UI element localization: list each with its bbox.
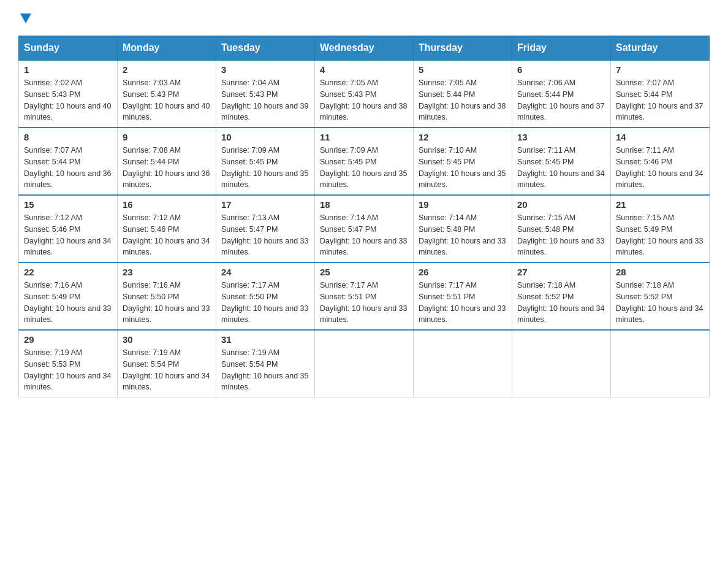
day-number: 17 bbox=[221, 199, 309, 210]
day-number: 5 bbox=[419, 64, 507, 75]
calendar-week-row: 15 Sunrise: 7:12 AMSunset: 5:46 PMDaylig… bbox=[19, 195, 710, 262]
calendar-week-row: 8 Sunrise: 7:07 AMSunset: 5:44 PMDayligh… bbox=[19, 128, 710, 195]
day-number: 13 bbox=[517, 132, 605, 142]
day-number: 11 bbox=[320, 132, 408, 142]
day-info: Sunrise: 7:17 AMSunset: 5:51 PMDaylight:… bbox=[419, 281, 506, 324]
day-number: 16 bbox=[123, 199, 211, 210]
calendar-day-cell: 14 Sunrise: 7:11 AMSunset: 5:46 PMDaylig… bbox=[611, 128, 710, 195]
day-number: 29 bbox=[24, 334, 112, 345]
calendar-day-cell: 17 Sunrise: 7:13 AMSunset: 5:47 PMDaylig… bbox=[216, 195, 315, 262]
day-info: Sunrise: 7:11 AMSunset: 5:45 PMDaylight:… bbox=[517, 146, 604, 189]
day-number: 27 bbox=[517, 267, 605, 277]
day-info: Sunrise: 7:15 AMSunset: 5:48 PMDaylight:… bbox=[517, 213, 604, 256]
calendar-day-cell: 23 Sunrise: 7:16 AMSunset: 5:50 PMDaylig… bbox=[118, 262, 216, 330]
calendar-day-header: Thursday bbox=[414, 36, 512, 61]
calendar-day-cell: 9 Sunrise: 7:08 AMSunset: 5:44 PMDayligh… bbox=[118, 128, 216, 195]
day-number: 2 bbox=[123, 64, 211, 75]
calendar-day-header: Saturday bbox=[611, 36, 710, 61]
calendar-day-header: Monday bbox=[118, 36, 216, 61]
day-number: 25 bbox=[320, 267, 408, 277]
calendar-day-cell: 28 Sunrise: 7:18 AMSunset: 5:52 PMDaylig… bbox=[611, 262, 710, 330]
day-info: Sunrise: 7:10 AMSunset: 5:45 PMDaylight:… bbox=[419, 146, 506, 189]
calendar-day-cell bbox=[611, 330, 710, 397]
calendar-day-cell bbox=[512, 330, 611, 397]
day-number: 7 bbox=[616, 64, 704, 75]
day-number: 21 bbox=[616, 199, 704, 210]
day-info: Sunrise: 7:19 AMSunset: 5:54 PMDaylight:… bbox=[123, 348, 210, 391]
day-number: 4 bbox=[320, 64, 408, 75]
calendar-day-cell: 2 Sunrise: 7:03 AMSunset: 5:43 PMDayligh… bbox=[118, 60, 216, 128]
day-number: 20 bbox=[517, 199, 605, 210]
calendar-day-cell: 26 Sunrise: 7:17 AMSunset: 5:51 PMDaylig… bbox=[414, 262, 512, 330]
day-info: Sunrise: 7:14 AMSunset: 5:48 PMDaylight:… bbox=[419, 213, 506, 256]
page-header bbox=[18, 12, 710, 23]
day-info: Sunrise: 7:19 AMSunset: 5:53 PMDaylight:… bbox=[24, 348, 111, 391]
calendar-day-cell: 25 Sunrise: 7:17 AMSunset: 5:51 PMDaylig… bbox=[315, 262, 414, 330]
calendar-day-cell: 24 Sunrise: 7:17 AMSunset: 5:50 PMDaylig… bbox=[216, 262, 315, 330]
day-number: 6 bbox=[517, 64, 605, 75]
calendar-day-cell bbox=[414, 330, 512, 397]
calendar-day-cell: 18 Sunrise: 7:14 AMSunset: 5:47 PMDaylig… bbox=[315, 195, 414, 262]
day-number: 8 bbox=[24, 132, 112, 142]
day-number: 19 bbox=[419, 199, 507, 210]
day-number: 28 bbox=[616, 267, 704, 277]
calendar-day-cell: 29 Sunrise: 7:19 AMSunset: 5:53 PMDaylig… bbox=[19, 330, 118, 397]
calendar-day-cell: 27 Sunrise: 7:18 AMSunset: 5:52 PMDaylig… bbox=[512, 262, 611, 330]
calendar-day-cell: 30 Sunrise: 7:19 AMSunset: 5:54 PMDaylig… bbox=[118, 330, 216, 397]
day-info: Sunrise: 7:09 AMSunset: 5:45 PMDaylight:… bbox=[320, 146, 407, 189]
day-info: Sunrise: 7:07 AMSunset: 5:44 PMDaylight:… bbox=[24, 146, 111, 189]
day-number: 14 bbox=[616, 132, 704, 142]
logo-triangle-icon bbox=[20, 13, 31, 23]
day-number: 24 bbox=[221, 267, 309, 277]
day-info: Sunrise: 7:08 AMSunset: 5:44 PMDaylight:… bbox=[123, 146, 210, 189]
calendar-day-cell: 20 Sunrise: 7:15 AMSunset: 5:48 PMDaylig… bbox=[512, 195, 611, 262]
calendar-day-cell: 8 Sunrise: 7:07 AMSunset: 5:44 PMDayligh… bbox=[19, 128, 118, 195]
day-number: 30 bbox=[123, 334, 211, 345]
calendar-table: SundayMondayTuesdayWednesdayThursdayFrid… bbox=[18, 36, 710, 397]
day-number: 22 bbox=[24, 267, 112, 277]
day-number: 31 bbox=[221, 334, 309, 345]
day-info: Sunrise: 7:09 AMSunset: 5:45 PMDaylight:… bbox=[221, 146, 308, 189]
day-info: Sunrise: 7:05 AMSunset: 5:44 PMDaylight:… bbox=[419, 79, 506, 121]
calendar-day-cell: 5 Sunrise: 7:05 AMSunset: 5:44 PMDayligh… bbox=[414, 60, 512, 128]
calendar-day-cell: 22 Sunrise: 7:16 AMSunset: 5:49 PMDaylig… bbox=[19, 262, 118, 330]
day-info: Sunrise: 7:02 AMSunset: 5:43 PMDaylight:… bbox=[24, 79, 111, 121]
calendar-day-header: Sunday bbox=[19, 36, 118, 61]
calendar-day-header: Tuesday bbox=[216, 36, 315, 61]
day-info: Sunrise: 7:11 AMSunset: 5:46 PMDaylight:… bbox=[616, 146, 703, 189]
calendar-day-cell: 11 Sunrise: 7:09 AMSunset: 5:45 PMDaylig… bbox=[315, 128, 414, 195]
day-info: Sunrise: 7:07 AMSunset: 5:44 PMDaylight:… bbox=[616, 79, 703, 121]
calendar-day-cell: 10 Sunrise: 7:09 AMSunset: 5:45 PMDaylig… bbox=[216, 128, 315, 195]
day-info: Sunrise: 7:06 AMSunset: 5:44 PMDaylight:… bbox=[517, 79, 604, 121]
day-info: Sunrise: 7:17 AMSunset: 5:51 PMDaylight:… bbox=[320, 281, 407, 324]
calendar-day-cell: 13 Sunrise: 7:11 AMSunset: 5:45 PMDaylig… bbox=[512, 128, 611, 195]
day-number: 23 bbox=[123, 267, 211, 277]
calendar-week-row: 22 Sunrise: 7:16 AMSunset: 5:49 PMDaylig… bbox=[19, 262, 710, 330]
day-number: 26 bbox=[419, 267, 507, 277]
day-info: Sunrise: 7:13 AMSunset: 5:47 PMDaylight:… bbox=[221, 213, 308, 256]
day-number: 3 bbox=[221, 64, 309, 75]
day-info: Sunrise: 7:16 AMSunset: 5:50 PMDaylight:… bbox=[123, 281, 210, 324]
day-info: Sunrise: 7:05 AMSunset: 5:43 PMDaylight:… bbox=[320, 79, 407, 121]
day-info: Sunrise: 7:12 AMSunset: 5:46 PMDaylight:… bbox=[123, 213, 210, 256]
day-info: Sunrise: 7:16 AMSunset: 5:49 PMDaylight:… bbox=[24, 281, 111, 324]
day-number: 9 bbox=[123, 132, 211, 142]
day-number: 12 bbox=[419, 132, 507, 142]
day-number: 1 bbox=[24, 64, 112, 75]
calendar-day-header: Friday bbox=[512, 36, 611, 61]
calendar-day-cell: 15 Sunrise: 7:12 AMSunset: 5:46 PMDaylig… bbox=[19, 195, 118, 262]
calendar-header-row: SundayMondayTuesdayWednesdayThursdayFrid… bbox=[19, 36, 710, 61]
calendar-day-cell: 12 Sunrise: 7:10 AMSunset: 5:45 PMDaylig… bbox=[414, 128, 512, 195]
day-number: 18 bbox=[320, 199, 408, 210]
calendar-day-cell: 3 Sunrise: 7:04 AMSunset: 5:43 PMDayligh… bbox=[216, 60, 315, 128]
day-info: Sunrise: 7:19 AMSunset: 5:54 PMDaylight:… bbox=[221, 348, 308, 391]
day-info: Sunrise: 7:17 AMSunset: 5:50 PMDaylight:… bbox=[221, 281, 308, 324]
day-info: Sunrise: 7:04 AMSunset: 5:43 PMDaylight:… bbox=[221, 79, 308, 121]
calendar-day-cell: 4 Sunrise: 7:05 AMSunset: 5:43 PMDayligh… bbox=[315, 60, 414, 128]
calendar-day-cell bbox=[315, 330, 414, 397]
day-info: Sunrise: 7:12 AMSunset: 5:46 PMDaylight:… bbox=[24, 213, 111, 256]
day-info: Sunrise: 7:18 AMSunset: 5:52 PMDaylight:… bbox=[616, 281, 703, 324]
calendar-day-cell: 21 Sunrise: 7:15 AMSunset: 5:49 PMDaylig… bbox=[611, 195, 710, 262]
logo bbox=[18, 12, 31, 23]
calendar-day-cell: 7 Sunrise: 7:07 AMSunset: 5:44 PMDayligh… bbox=[611, 60, 710, 128]
